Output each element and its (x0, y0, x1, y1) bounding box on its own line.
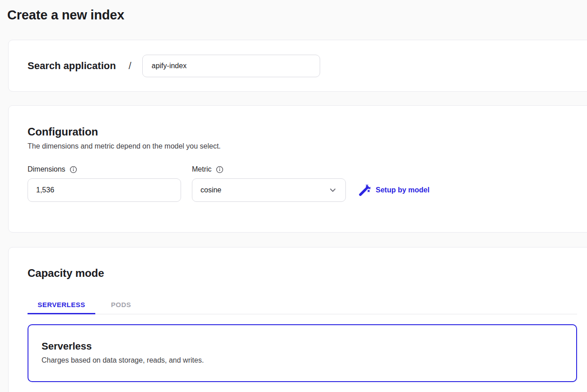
magic-wand-icon (359, 184, 371, 196)
serverless-option-card[interactable]: Serverless Charges based on data storage… (28, 324, 577, 382)
dimensions-input[interactable] (28, 178, 181, 202)
metric-select[interactable]: cosine (192, 178, 346, 202)
index-name-input[interactable] (142, 55, 320, 77)
dimensions-label-row: Dimensions (28, 165, 181, 173)
serverless-option-description: Charges based on data storage, reads, an… (42, 356, 576, 364)
capacity-mode-card: Capacity mode SERVERLESS PODS Serverless… (8, 247, 587, 392)
chevron-down-icon (328, 186, 337, 195)
metric-label: Metric (192, 165, 212, 173)
capacity-mode-tabs: SERVERLESS PODS (28, 296, 577, 314)
capacity-mode-title: Capacity mode (28, 267, 587, 280)
metric-selected-value: cosine (200, 186, 221, 194)
configuration-card: Configuration The dimensions and metric … (8, 105, 587, 233)
info-icon[interactable] (216, 166, 224, 173)
configuration-subtitle: The dimensions and metric depend on the … (28, 142, 587, 150)
search-application-card: Search application / (8, 40, 587, 92)
info-icon[interactable] (70, 166, 77, 173)
search-application-label: Search application (28, 60, 116, 72)
setup-by-model-link[interactable]: Setup by model (359, 178, 429, 202)
tab-pods[interactable]: PODS (95, 296, 147, 314)
metric-label-row: Metric (192, 165, 346, 173)
path-separator: / (129, 60, 131, 72)
tab-serverless[interactable]: SERVERLESS (28, 296, 95, 314)
setup-by-model-label: Setup by model (376, 186, 429, 194)
configuration-title: Configuration (28, 126, 587, 138)
configuration-fields: Dimensions Metric (28, 165, 587, 202)
dimensions-label: Dimensions (28, 165, 65, 173)
serverless-option-title: Serverless (42, 341, 576, 352)
metric-field: Metric cosine (192, 165, 346, 202)
page-title: Create a new index (7, 8, 124, 23)
dimensions-field: Dimensions (28, 165, 181, 202)
